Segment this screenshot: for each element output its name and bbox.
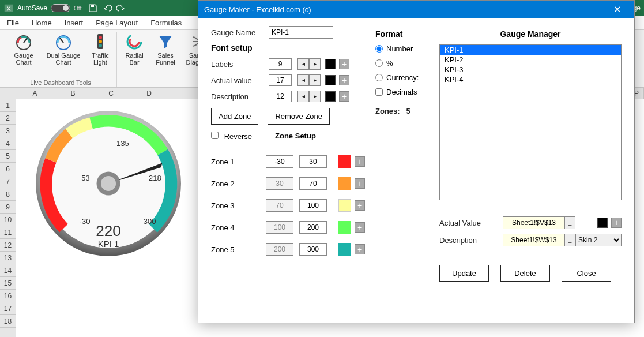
tab-formulas[interactable]: Formulas: [150, 17, 182, 28]
row-header[interactable]: 14: [0, 264, 16, 277]
gauge-chart-object[interactable]: 135 53 -30 300 218 220 KPI 1: [28, 103, 189, 264]
close-button[interactable]: Close: [562, 265, 611, 282]
zone-to-input[interactable]: [299, 199, 327, 212]
redo-icon[interactable]: [116, 3, 125, 13]
remove-zone-button[interactable]: Remove Zone: [268, 108, 330, 125]
kpi-list-item[interactable]: KPI-4: [440, 74, 621, 84]
zone-to-input[interactable]: [299, 155, 327, 168]
zone-to-input[interactable]: [299, 221, 327, 234]
labels-increase-button[interactable]: ▸: [309, 58, 321, 70]
row-header[interactable]: 18: [0, 315, 16, 328]
tab-home[interactable]: Home: [32, 17, 52, 28]
description-increase-button[interactable]: ▸: [309, 91, 321, 102]
radial-bar-button[interactable]: Radial Bar: [122, 32, 147, 66]
row-header[interactable]: 13: [0, 252, 16, 264]
actual-add-button[interactable]: +: [339, 75, 349, 85]
zone-to-input[interactable]: [299, 243, 327, 256]
tab-insert[interactable]: Insert: [65, 17, 84, 28]
tab-page-layout[interactable]: Page Layout: [96, 17, 138, 28]
labels-add-button[interactable]: +: [339, 59, 349, 69]
zone-add-button[interactable]: +: [355, 156, 365, 167]
actual-value-color-swatch[interactable]: [597, 218, 608, 228]
col-header[interactable]: D: [130, 88, 168, 99]
row-header[interactable]: 11: [0, 226, 16, 239]
row-headers: 123456789101112131415161718: [0, 99, 16, 337]
description-size-input[interactable]: [269, 91, 292, 102]
dual-gauge-button[interactable]: Dual Gauge Chart: [45, 32, 82, 66]
description-color-swatch[interactable]: [325, 91, 336, 102]
row-header[interactable]: 6: [0, 163, 16, 175]
row-header[interactable]: 8: [0, 188, 16, 201]
row-header[interactable]: 9: [0, 201, 16, 214]
svg-point-10: [99, 40, 102, 43]
row-header[interactable]: 12: [0, 239, 16, 252]
labels-decrease-button[interactable]: ◂: [297, 58, 309, 70]
actual-value-add-button[interactable]: +: [611, 218, 622, 228]
zone-color-swatch[interactable]: [338, 221, 351, 234]
labels-color-swatch[interactable]: [325, 59, 336, 69]
actual-size-input[interactable]: [269, 74, 292, 86]
description-ref-picker-icon[interactable]: _: [565, 234, 575, 246]
zone-from-input[interactable]: [266, 155, 293, 168]
col-header[interactable]: A: [16, 88, 54, 99]
gauge-name-label: Gauge Name: [211, 28, 269, 37]
zone-add-button[interactable]: +: [355, 222, 365, 233]
gauge-chart-button[interactable]: Gauge Chart: [8, 32, 39, 66]
col-header[interactable]: B: [54, 88, 92, 99]
add-zone-button[interactable]: Add Zone: [211, 108, 258, 125]
row-header[interactable]: 10: [0, 214, 16, 226]
row-header[interactable]: 2: [0, 112, 16, 125]
traffic-light-button[interactable]: Traffic Light: [88, 32, 113, 66]
format-currency-radio[interactable]: Currency:: [375, 73, 429, 82]
zone-color-swatch[interactable]: [338, 177, 351, 190]
actual-increase-button[interactable]: ▸: [309, 74, 321, 86]
zone-to-input[interactable]: [299, 177, 327, 190]
radial-bar-label: Radial Bar: [125, 52, 143, 66]
actual-color-swatch[interactable]: [325, 75, 336, 85]
kpi-list-item[interactable]: KPI-2: [440, 55, 621, 65]
col-header[interactable]: C: [92, 88, 130, 99]
zone-color-swatch[interactable]: [338, 155, 351, 168]
actual-value-ref-input[interactable]: [503, 216, 565, 229]
kpi-list-item[interactable]: KPI-3: [440, 65, 621, 74]
zone-from-input: [266, 177, 293, 190]
row-header[interactable]: 1: [0, 99, 16, 112]
autosave-toggle[interactable]: AutoSave Off: [17, 4, 81, 12]
dialog-titlebar[interactable]: Gauge Maker - Excelkid.com (c) ✕: [198, 1, 634, 18]
description-ref-input[interactable]: [503, 234, 565, 246]
zone-add-button[interactable]: +: [355, 244, 365, 254]
zone-add-button[interactable]: +: [355, 178, 365, 189]
format-number-radio[interactable]: Number: [375, 44, 429, 53]
reverse-checkbox-input[interactable]: [211, 132, 219, 139]
row-header[interactable]: 5: [0, 150, 16, 163]
zone-color-swatch[interactable]: [338, 243, 351, 256]
row-header[interactable]: 4: [0, 137, 16, 150]
actual-value-ref-picker-icon[interactable]: _: [565, 216, 575, 229]
description-add-button[interactable]: +: [339, 91, 349, 102]
update-button[interactable]: Update: [439, 265, 489, 282]
row-header[interactable]: 7: [0, 175, 16, 188]
sales-funnel-button[interactable]: Sales Funnel: [153, 32, 178, 66]
row-header[interactable]: 15: [0, 277, 16, 290]
reverse-checkbox[interactable]: Reverse: [211, 132, 252, 148]
skin-select[interactable]: Skin 2: [575, 234, 622, 246]
format-percent-radio[interactable]: %: [375, 59, 429, 68]
row-header[interactable]: 16: [0, 290, 16, 302]
undo-icon[interactable]: [103, 3, 112, 13]
row-header[interactable]: 3: [0, 125, 16, 137]
zone-color-swatch[interactable]: [338, 199, 351, 212]
decimals-checkbox[interactable]: Decimals: [375, 88, 429, 96]
actual-decrease-button[interactable]: ◂: [297, 74, 309, 86]
zone-add-button[interactable]: +: [355, 200, 365, 211]
delete-button[interactable]: Delete: [500, 265, 550, 282]
svg-point-9: [99, 36, 102, 39]
gauge-name-input[interactable]: [269, 26, 333, 39]
row-header[interactable]: 17: [0, 302, 16, 315]
description-decrease-button[interactable]: ◂: [297, 91, 309, 102]
close-icon[interactable]: ✕: [605, 4, 628, 15]
kpi-list-item[interactable]: KPI-1: [440, 45, 621, 55]
save-icon[interactable]: [88, 3, 97, 13]
kpi-listbox[interactable]: KPI-1KPI-2KPI-3KPI-4: [439, 44, 622, 200]
tab-file[interactable]: File: [7, 17, 19, 28]
labels-size-input[interactable]: [269, 58, 292, 70]
